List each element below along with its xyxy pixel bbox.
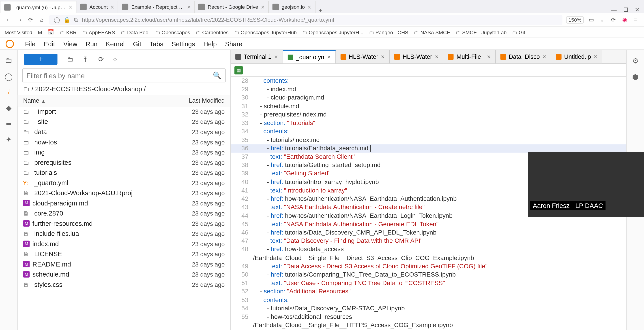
new-launcher-button[interactable]: + <box>24 54 58 65</box>
refresh-files-icon[interactable]: ⟳ <box>98 55 104 63</box>
editor-tab[interactable]: Untitled.ip× <box>551 50 602 63</box>
close-icon[interactable]: × <box>261 3 264 10</box>
file-row[interactable]: Y:_quarto.yml23 days ago <box>18 177 230 188</box>
breadcrumb[interactable]: 🗀 / 2022-ECOSTRESS-Cloud-Workshop / <box>18 82 230 95</box>
file-row[interactable]: 🗎2021-Cloud-Workshop-AGU.Rproj23 days ag… <box>18 188 230 198</box>
forward-icon[interactable]: → <box>16 16 23 23</box>
table-icon[interactable]: ▦ <box>234 66 243 74</box>
upload-icon[interactable]: ⭱ <box>82 55 89 63</box>
file-row[interactable]: 🗀img23 days ago <box>18 147 230 158</box>
bookmark-item[interactable]: Openscapes JupyterH... <box>302 29 364 35</box>
menu-item[interactable]: File <box>25 40 36 47</box>
file-row[interactable]: 🗎LICENSE23 days ago <box>18 249 230 259</box>
editor-tab[interactable]: Terminal 1× <box>231 50 283 63</box>
file-row[interactable]: Mindex.md23 days ago <box>18 239 230 249</box>
url-field[interactable]: ◯ 🔒 ⧉ https://openscapes.2i2c.cloud/user… <box>49 14 562 25</box>
toc-icon[interactable]: ≣ <box>4 119 13 128</box>
menu-item[interactable]: View <box>63 40 77 47</box>
close-icon[interactable]: × <box>542 53 546 60</box>
refresh2-icon[interactable]: ⟳ <box>610 16 617 23</box>
close-icon[interactable]: × <box>327 54 331 61</box>
file-row[interactable]: 🗀_import23 days ago <box>18 106 230 117</box>
bookmark-item[interactable]: M <box>38 29 42 35</box>
modified-column[interactable]: Last Modified <box>189 97 224 104</box>
menu-item[interactable]: Help <box>203 40 217 47</box>
bookmark-item[interactable]: NASA SMCE <box>414 29 450 35</box>
file-row[interactable]: MREADME.md23 days ago <box>18 259 230 269</box>
reload-icon[interactable]: ⟳ <box>27 16 34 23</box>
browser-tab[interactable]: Example - Reproject — rioxarray 0.× <box>118 1 194 13</box>
running-icon[interactable]: ◯ <box>4 72 13 80</box>
bookmark-item[interactable]: Most Visited <box>5 29 32 35</box>
menu-item[interactable]: Kernel <box>106 40 125 47</box>
bookmark-item[interactable]: SMCE - JupyterLab <box>456 29 507 35</box>
newtab-button[interactable]: + <box>315 7 326 13</box>
bookmark-item[interactable]: AppEEARS <box>82 29 115 35</box>
editor-tab[interactable]: HLS-Water× <box>336 50 390 63</box>
new-folder-icon[interactable]: 🗀 <box>67 55 73 63</box>
file-row[interactable]: Mfurther-resources.md23 days ago <box>18 218 230 229</box>
close-icon[interactable]: × <box>187 3 190 10</box>
bookmark-item[interactable]: Openscapes <box>155 29 190 35</box>
menu-item[interactable]: Share <box>225 40 242 47</box>
menu-item[interactable]: Git <box>133 40 141 47</box>
window-control[interactable]: — <box>611 6 617 13</box>
menu-item[interactable]: Tabs <box>150 40 163 47</box>
gear-icon[interactable]: ⚙ <box>632 56 639 65</box>
close-icon[interactable]: × <box>274 53 278 60</box>
file-row[interactable]: 🗀prerequisites23 days ago <box>18 157 230 167</box>
menu-icon[interactable]: ≡ <box>632 16 639 23</box>
menu-item[interactable]: Edit <box>44 40 55 47</box>
profile-icon[interactable]: ◉ <box>621 16 628 23</box>
editor-tab[interactable]: Multi-File_× <box>444 50 496 63</box>
file-row[interactable]: 🗀_site23 days ago <box>18 117 230 127</box>
git-icon[interactable]: ⑂ <box>4 88 13 96</box>
file-row[interactable]: 🗎core.287023 days ago <box>18 208 230 218</box>
bookmark-item[interactable]: Data Pool <box>121 29 150 35</box>
browser-tab[interactable]: _quarto.yml (6) - JupyterLab× <box>0 1 76 13</box>
close-icon[interactable]: × <box>594 53 598 60</box>
bookmark-item[interactable]: Pangeo - CHS <box>369 29 408 35</box>
folder-icon[interactable]: 🗀 <box>4 56 13 65</box>
back-icon[interactable]: ← <box>5 16 12 23</box>
bookmark-item[interactable]: 📅 <box>48 29 54 35</box>
zoom-indicator[interactable]: 150% <box>566 16 584 23</box>
close-icon[interactable]: × <box>69 4 72 11</box>
browser-tab[interactable]: Account× <box>76 1 118 13</box>
close-icon[interactable]: × <box>381 53 385 60</box>
editor-tab[interactable]: Data_Disco× <box>496 50 551 63</box>
window-control[interactable]: ✕ <box>635 6 640 13</box>
file-row[interactable]: 🗀tutorials23 days ago <box>18 167 230 178</box>
file-row[interactable]: 🗀data23 days ago <box>18 127 230 137</box>
debug-icon[interactable]: ⬢ <box>632 73 639 81</box>
file-row[interactable]: Mschedule.md23 days ago <box>18 269 230 280</box>
editor-tab[interactable]: _quarto.yn× <box>283 50 336 63</box>
close-icon[interactable]: × <box>487 53 490 60</box>
close-icon[interactable]: × <box>110 3 114 10</box>
name-column[interactable]: Name▲ <box>23 97 189 104</box>
editor-tab[interactable]: HLS-Water× <box>390 50 444 63</box>
home-icon[interactable]: ⌂ <box>38 16 46 23</box>
browser-tab[interactable]: Recent - Google Drive× <box>195 1 269 13</box>
bookmark-item[interactable]: Carpentries <box>196 29 228 35</box>
file-row[interactable]: 🗀how-tos23 days ago <box>18 137 230 147</box>
file-row[interactable]: 🗎styles.css23 days ago <box>18 280 230 290</box>
close-icon[interactable]: × <box>308 3 311 10</box>
browser-tab[interactable]: geojson.io× <box>269 1 315 13</box>
bookmark-item[interactable]: Openscapes JupyterHub <box>234 29 297 35</box>
extensions-icon[interactable]: ✦ <box>4 135 13 143</box>
window-control[interactable]: ☐ <box>623 6 628 13</box>
download-icon[interactable]: ⭳ <box>598 16 606 23</box>
bookmark-item[interactable]: KBR <box>60 29 77 35</box>
close-icon[interactable]: × <box>435 53 438 60</box>
menu-item[interactable]: Settings <box>172 40 195 47</box>
filter-input[interactable] <box>26 72 213 79</box>
file-filter[interactable]: 🔍 <box>22 68 226 82</box>
file-row[interactable]: Mcloud-paradigm.md23 days ago <box>18 198 230 208</box>
bookmark-item[interactable]: Git <box>512 29 525 35</box>
commands-icon[interactable]: ◆ <box>4 104 13 112</box>
git-pull-icon[interactable]: ⟐ <box>113 55 117 63</box>
reader-icon[interactable]: ▭ <box>587 16 595 23</box>
file-row[interactable]: 🗎include-files.lua23 days ago <box>18 228 230 239</box>
menu-item[interactable]: Run <box>86 40 98 47</box>
